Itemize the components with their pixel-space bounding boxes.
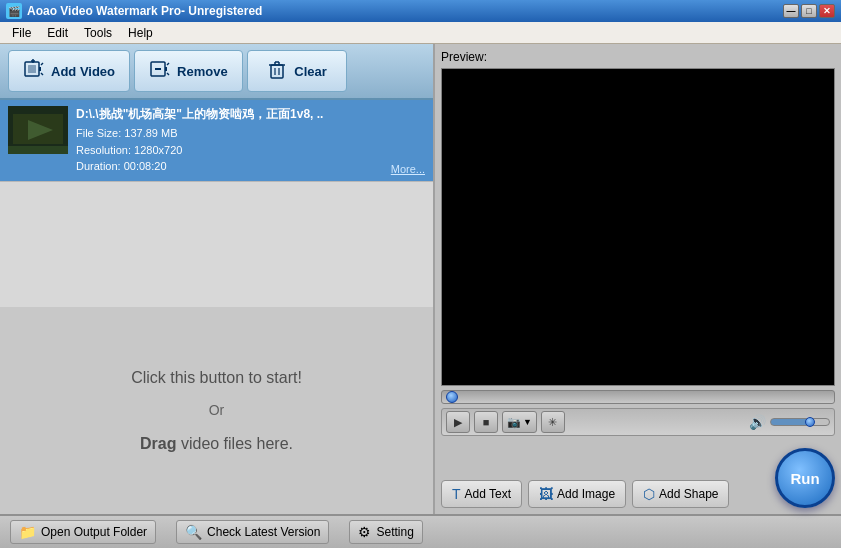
drag-bold: Drag	[140, 435, 176, 452]
add-video-button[interactable]: Add Video	[8, 50, 130, 92]
volume-icon: 🔊	[749, 414, 766, 430]
clear-label: Clear	[294, 64, 327, 79]
right-panel: Preview: ▶ ■ 📷 ▼ ✳ 🔊	[435, 44, 841, 514]
remove-icon	[149, 58, 171, 85]
menu-file[interactable]: File	[4, 24, 39, 42]
folder-icon: 📁	[19, 524, 36, 540]
add-text-button[interactable]: T Add Text	[441, 480, 522, 508]
drag-suffix: video files here.	[181, 435, 293, 452]
file-details: File Size: 137.89 MB Resolution: 1280x72…	[76, 125, 391, 175]
dropdown-arrow: ▼	[523, 417, 532, 427]
volume-row: 🔊	[749, 414, 830, 430]
file-size: File Size: 137.89 MB	[76, 125, 391, 142]
snapshot-button[interactable]: 📷 ▼	[502, 411, 537, 433]
seek-thumb[interactable]	[446, 391, 458, 403]
toolbar: Add Video Remove	[0, 44, 433, 100]
add-video-icon	[23, 58, 45, 85]
watermark-buttons: T Add Text 🖼 Add Image ⬡ Add Shape	[441, 480, 729, 508]
close-button[interactable]: ✕	[819, 4, 835, 18]
controls-row: ▶ ■ 📷 ▼ ✳ 🔊	[441, 408, 835, 436]
window-controls: — □ ✕	[783, 4, 835, 18]
setting-label: Setting	[376, 525, 413, 539]
svg-line-10	[167, 63, 169, 65]
add-video-label: Add Video	[51, 64, 115, 79]
search-icon: 🔍	[185, 524, 202, 540]
stop-button[interactable]: ■	[474, 411, 498, 433]
file-thumbnail	[8, 106, 68, 154]
remove-button[interactable]: Remove	[134, 50, 243, 92]
file-list-item[interactable]: D:\.\挑战"机场高架"上的物资啮鸡，正面1v8, .. File Size:…	[0, 100, 433, 182]
seek-bar[interactable]	[441, 390, 835, 404]
file-more-button[interactable]: More...	[391, 163, 425, 175]
sparkle-button[interactable]: ✳	[541, 411, 565, 433]
add-shape-label: Add Shape	[659, 487, 718, 501]
or-text: Or	[209, 395, 225, 426]
drag-text: Drag video files here.	[140, 426, 293, 461]
gear-icon: ⚙	[358, 524, 371, 540]
image-icon: 🖼	[539, 486, 553, 502]
file-list: D:\.\挑战"机场高架"上的物资啮鸡，正面1v8, .. File Size:…	[0, 100, 433, 307]
svg-rect-22	[8, 146, 68, 154]
file-resolution: Resolution: 1280x720	[76, 142, 391, 159]
click-to-start-text: Click this button to start!	[131, 360, 302, 395]
remove-label: Remove	[177, 64, 228, 79]
add-image-label: Add Image	[557, 487, 615, 501]
left-panel: Add Video Remove	[0, 44, 435, 514]
title-bar: 🎬 Aoao Video Watermark Pro- Unregistered…	[0, 0, 841, 22]
shape-icon: ⬡	[643, 486, 655, 502]
add-text-label: Add Text	[465, 487, 511, 501]
add-shape-button[interactable]: ⬡ Add Shape	[632, 480, 729, 508]
maximize-button[interactable]: □	[801, 4, 817, 18]
check-version-label: Check Latest Version	[207, 525, 320, 539]
play-button[interactable]: ▶	[446, 411, 470, 433]
svg-rect-12	[271, 65, 283, 78]
camera-icon: 📷	[507, 416, 521, 429]
menu-tools[interactable]: Tools	[76, 24, 120, 42]
minimize-button[interactable]: —	[783, 4, 799, 18]
svg-line-11	[167, 73, 169, 75]
open-output-label: Open Output Folder	[41, 525, 147, 539]
file-info: D:\.\挑战"机场高架"上的物资啮鸡，正面1v8, .. File Size:…	[76, 106, 391, 175]
run-button-container: Run	[775, 448, 835, 508]
svg-line-2	[41, 63, 43, 65]
menu-help[interactable]: Help	[120, 24, 161, 42]
menu-edit[interactable]: Edit	[39, 24, 76, 42]
clear-icon	[266, 58, 288, 85]
preview-area	[441, 68, 835, 386]
main-layout: Add Video Remove	[0, 44, 841, 514]
drop-zone[interactable]: Click this button to start! Or Drag vide…	[0, 307, 433, 514]
svg-rect-1	[28, 65, 36, 73]
volume-slider[interactable]	[770, 418, 830, 426]
run-button[interactable]: Run	[775, 448, 835, 508]
check-version-button[interactable]: 🔍 Check Latest Version	[176, 520, 329, 544]
open-output-folder-button[interactable]: 📁 Open Output Folder	[10, 520, 156, 544]
text-icon: T	[452, 486, 461, 502]
volume-thumb[interactable]	[805, 417, 815, 427]
file-name: D:\.\挑战"机场高架"上的物资啮鸡，正面1v8, ..	[76, 106, 336, 123]
file-duration: Duration: 00:08:20	[76, 158, 391, 175]
setting-button[interactable]: ⚙ Setting	[349, 520, 422, 544]
app-icon: 🎬	[6, 3, 22, 19]
player-controls: ▶ ■ 📷 ▼ ✳ 🔊	[441, 390, 835, 436]
app-title: Aoao Video Watermark Pro- Unregistered	[27, 4, 262, 18]
add-image-button[interactable]: 🖼 Add Image	[528, 480, 626, 508]
clear-button[interactable]: Clear	[247, 50, 347, 92]
status-bar: 📁 Open Output Folder 🔍 Check Latest Vers…	[0, 514, 841, 548]
svg-line-3	[41, 73, 43, 75]
menu-bar: File Edit Tools Help	[0, 22, 841, 44]
preview-label: Preview:	[441, 50, 835, 64]
